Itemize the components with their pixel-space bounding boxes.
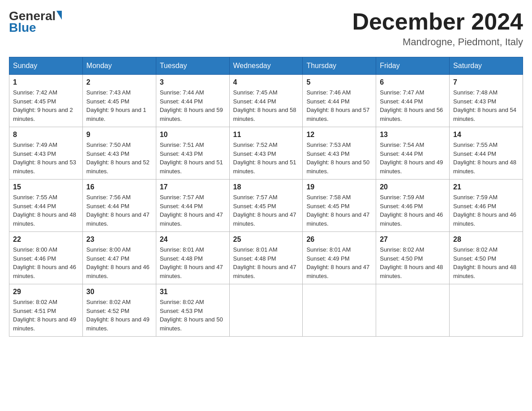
day-info: Sunrise: 7:57 AM Sunset: 4:45 PM Dayligh… [233,193,299,228]
calendar-cell: 25 Sunrise: 8:01 AM Sunset: 4:48 PM Dayl… [229,232,303,284]
logo-blue-label: Blue [9,21,36,35]
calendar-cell: 29 Sunrise: 8:02 AM Sunset: 4:51 PM Dayl… [9,284,83,337]
calendar-cell [450,284,523,337]
day-info: Sunrise: 7:44 AM Sunset: 4:44 PM Dayligh… [160,88,226,123]
calendar-cell: 21 Sunrise: 7:59 AM Sunset: 4:46 PM Dayl… [450,180,523,232]
calendar-cell: 10 Sunrise: 7:51 AM Sunset: 4:43 PM Dayl… [156,127,229,180]
day-number: 12 [306,131,372,139]
calendar-cell: 15 Sunrise: 7:55 AM Sunset: 4:44 PM Dayl… [9,180,83,232]
day-header-monday: Monday [82,57,156,75]
day-header-thursday: Thursday [303,57,376,75]
calendar-header: SundayMondayTuesdayWednesdayThursdayFrid… [9,57,523,75]
calendar-cell: 20 Sunrise: 7:59 AM Sunset: 4:46 PM Dayl… [376,180,450,232]
location-title: Mandrogne, Piedmont, Italy [352,36,523,48]
calendar-cell: 9 Sunrise: 7:50 AM Sunset: 4:43 PM Dayli… [82,127,156,180]
day-info: Sunrise: 7:54 AM Sunset: 4:44 PM Dayligh… [380,141,446,176]
week-row-2: 8 Sunrise: 7:49 AM Sunset: 4:43 PM Dayli… [9,127,523,180]
day-number: 29 [13,288,79,296]
calendar-cell: 2 Sunrise: 7:43 AM Sunset: 4:45 PM Dayli… [82,75,156,127]
calendar-cell: 12 Sunrise: 7:53 AM Sunset: 4:43 PM Dayl… [303,127,376,180]
calendar-cell [229,284,303,337]
day-info: Sunrise: 8:02 AM Sunset: 4:51 PM Dayligh… [13,298,79,333]
day-number: 10 [160,131,226,139]
day-number: 7 [453,78,519,86]
day-number: 13 [380,131,446,139]
logo-arrow-icon [56,11,62,20]
day-number: 22 [13,235,79,244]
day-info: Sunrise: 8:02 AM Sunset: 4:53 PM Dayligh… [160,298,226,333]
title-section: December 2024 Mandrogne, Piedmont, Italy [352,9,523,48]
day-info: Sunrise: 7:45 AM Sunset: 4:44 PM Dayligh… [233,88,299,123]
calendar-cell: 22 Sunrise: 8:00 AM Sunset: 4:46 PM Dayl… [9,232,83,284]
day-info: Sunrise: 7:55 AM Sunset: 4:44 PM Dayligh… [453,141,519,176]
calendar-cell: 17 Sunrise: 7:57 AM Sunset: 4:44 PM Dayl… [156,180,229,232]
day-info: Sunrise: 8:01 AM Sunset: 4:48 PM Dayligh… [160,245,226,280]
calendar-table: SundayMondayTuesdayWednesdayThursdayFrid… [9,57,523,337]
day-header-saturday: Saturday [450,57,523,75]
day-info: Sunrise: 8:00 AM Sunset: 4:47 PM Dayligh… [86,245,152,280]
calendar-cell: 6 Sunrise: 7:47 AM Sunset: 4:44 PM Dayli… [376,75,450,127]
day-number: 16 [86,183,152,191]
day-number: 23 [86,235,152,244]
day-number: 18 [233,183,299,191]
day-info: Sunrise: 7:57 AM Sunset: 4:44 PM Dayligh… [160,193,226,228]
day-header-wednesday: Wednesday [229,57,303,75]
day-info: Sunrise: 8:00 AM Sunset: 4:46 PM Dayligh… [13,245,79,280]
calendar-cell: 18 Sunrise: 7:57 AM Sunset: 4:45 PM Dayl… [229,180,303,232]
day-number: 8 [13,131,79,139]
day-number: 9 [86,131,152,139]
month-title: December 2024 [352,9,523,34]
calendar-cell: 31 Sunrise: 8:02 AM Sunset: 4:53 PM Dayl… [156,284,229,337]
calendar-cell: 4 Sunrise: 7:45 AM Sunset: 4:44 PM Dayli… [229,75,303,127]
calendar-cell: 8 Sunrise: 7:49 AM Sunset: 4:43 PM Dayli… [9,127,83,180]
calendar-cell: 24 Sunrise: 8:01 AM Sunset: 4:48 PM Dayl… [156,232,229,284]
day-number: 20 [380,183,446,191]
calendar-cell: 1 Sunrise: 7:42 AM Sunset: 4:45 PM Dayli… [9,75,83,127]
day-info: Sunrise: 7:56 AM Sunset: 4:44 PM Dayligh… [86,193,152,228]
calendar-cell: 27 Sunrise: 8:02 AM Sunset: 4:50 PM Dayl… [376,232,450,284]
day-number: 26 [306,235,372,244]
calendar-cell: 30 Sunrise: 8:02 AM Sunset: 4:52 PM Dayl… [82,284,156,337]
day-info: Sunrise: 7:51 AM Sunset: 4:43 PM Dayligh… [160,141,226,176]
day-info: Sunrise: 8:01 AM Sunset: 4:48 PM Dayligh… [233,245,299,280]
day-info: Sunrise: 7:59 AM Sunset: 4:46 PM Dayligh… [453,193,519,228]
day-header-sunday: Sunday [9,57,83,75]
day-number: 4 [233,78,299,86]
day-info: Sunrise: 7:52 AM Sunset: 4:43 PM Dayligh… [233,141,299,176]
calendar-cell [303,284,376,337]
day-number: 25 [233,235,299,244]
day-number: 24 [160,235,226,244]
day-info: Sunrise: 7:47 AM Sunset: 4:44 PM Dayligh… [380,88,446,123]
day-number: 31 [160,288,226,296]
day-header-tuesday: Tuesday [156,57,229,75]
day-number: 6 [380,78,446,86]
calendar-cell: 19 Sunrise: 7:58 AM Sunset: 4:45 PM Dayl… [303,180,376,232]
days-of-week-row: SundayMondayTuesdayWednesdayThursdayFrid… [9,57,523,75]
day-number: 2 [86,78,152,86]
calendar-cell: 28 Sunrise: 8:02 AM Sunset: 4:50 PM Dayl… [450,232,523,284]
calendar-body: 1 Sunrise: 7:42 AM Sunset: 4:45 PM Dayli… [9,75,523,337]
day-info: Sunrise: 7:59 AM Sunset: 4:46 PM Dayligh… [380,193,446,228]
calendar-cell: 14 Sunrise: 7:55 AM Sunset: 4:44 PM Dayl… [450,127,523,180]
week-row-4: 22 Sunrise: 8:00 AM Sunset: 4:46 PM Dayl… [9,232,523,284]
day-info: Sunrise: 7:48 AM Sunset: 4:43 PM Dayligh… [453,88,519,123]
day-number: 19 [306,183,372,191]
day-info: Sunrise: 8:02 AM Sunset: 4:52 PM Dayligh… [86,298,152,333]
week-row-3: 15 Sunrise: 7:55 AM Sunset: 4:44 PM Dayl… [9,180,523,232]
day-info: Sunrise: 7:46 AM Sunset: 4:44 PM Dayligh… [306,88,372,123]
day-number: 28 [453,235,519,244]
day-number: 11 [233,131,299,139]
week-row-5: 29 Sunrise: 8:02 AM Sunset: 4:51 PM Dayl… [9,284,523,337]
day-info: Sunrise: 7:42 AM Sunset: 4:45 PM Dayligh… [13,88,79,123]
day-info: Sunrise: 7:50 AM Sunset: 4:43 PM Dayligh… [86,141,152,176]
day-info: Sunrise: 8:02 AM Sunset: 4:50 PM Dayligh… [453,245,519,280]
day-number: 30 [86,288,152,296]
day-info: Sunrise: 7:43 AM Sunset: 4:45 PM Dayligh… [86,88,152,123]
day-number: 5 [306,78,372,86]
day-number: 14 [453,131,519,139]
day-number: 27 [380,235,446,244]
calendar-cell: 26 Sunrise: 8:01 AM Sunset: 4:49 PM Dayl… [303,232,376,284]
calendar-cell [376,284,450,337]
day-info: Sunrise: 7:53 AM Sunset: 4:43 PM Dayligh… [306,141,372,176]
logo: General Blue [9,9,62,35]
